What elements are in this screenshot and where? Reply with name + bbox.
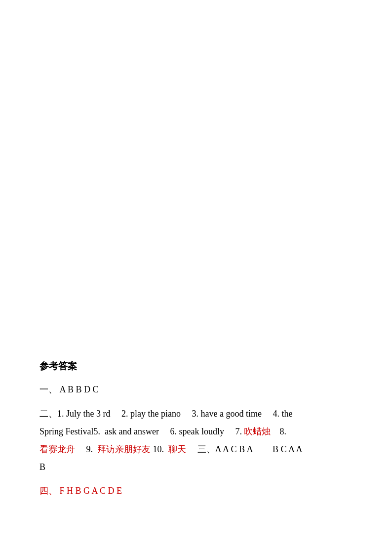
section-er-after2: 9. — [75, 444, 97, 454]
section-er-line1: 二、1. July the 3 rd 2. play the piano 3. … — [39, 405, 353, 423]
section-yi: 一、 A B B D C — [39, 382, 353, 397]
section-si-content: F H B G A C D E — [60, 486, 122, 496]
section-si: 四、 F H B G A C D E — [39, 483, 353, 499]
content-area: 参考答案 一、 A B B D C 二、1. July the 3 rd 2. … — [39, 360, 353, 506]
section-yi-prefix: 一、 — [39, 384, 57, 394]
page: 参考答案 一、 A B B D C 二、1. July the 3 rd 2. … — [0, 0, 392, 555]
section-title: 参考答案 — [39, 360, 353, 373]
section-er-line3: 看赛龙舟 9. 拜访亲朋好友 10. 聊天 三、A A C B A B C A … — [39, 440, 353, 458]
section-er-red2: 看赛龙舟 — [39, 444, 75, 454]
section-er: 二、1. July the 3 rd 2. play the piano 3. … — [39, 405, 353, 476]
section-er-text1: 1. July the 3 rd 2. play the piano 3. ha… — [57, 409, 292, 419]
section-er-red3: 拜访亲朋好友 — [97, 444, 151, 454]
section-er-line2: Spring Festival5. ask and answer 6. spea… — [39, 423, 353, 440]
section-er-prefix: 二、 — [39, 409, 57, 419]
section-er-spring: Spring Festival5. ask and answer 6. spea… — [39, 427, 244, 436]
section-er-after3: 10. — [151, 444, 168, 454]
section-er-red4: 聊天 — [168, 444, 186, 454]
section-er-after4: 三、A A C B A B C A A — [186, 444, 303, 454]
section-yi-content: A B B D C — [60, 384, 99, 394]
section-er-red1: 吹蜡烛 — [244, 427, 271, 436]
section-er-b: B — [39, 462, 45, 472]
section-si-prefix: 四、 — [39, 486, 57, 496]
section-er-line4: B — [39, 458, 353, 476]
section-er-after1: 8. — [271, 427, 286, 436]
